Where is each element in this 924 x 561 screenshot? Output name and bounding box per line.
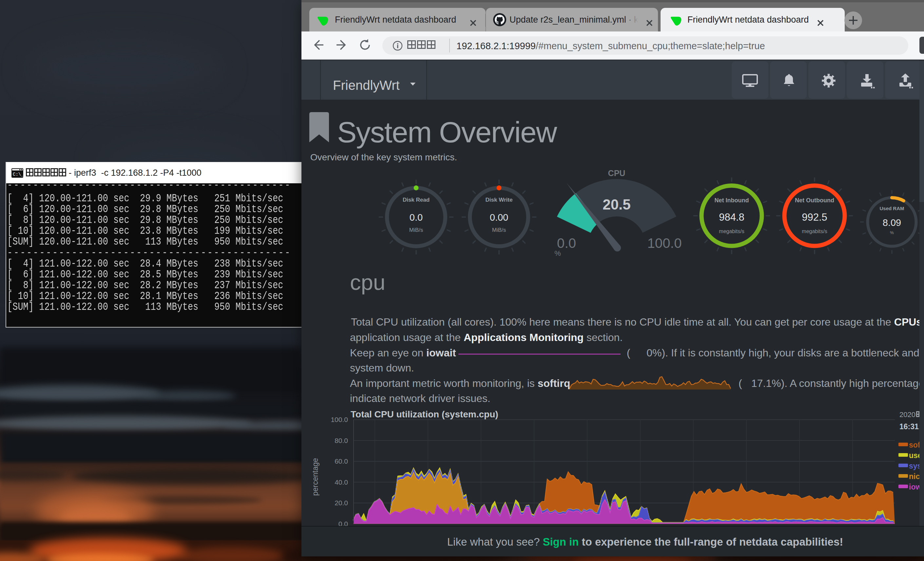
svg-text:C:\_: C:\_ [13, 172, 23, 177]
